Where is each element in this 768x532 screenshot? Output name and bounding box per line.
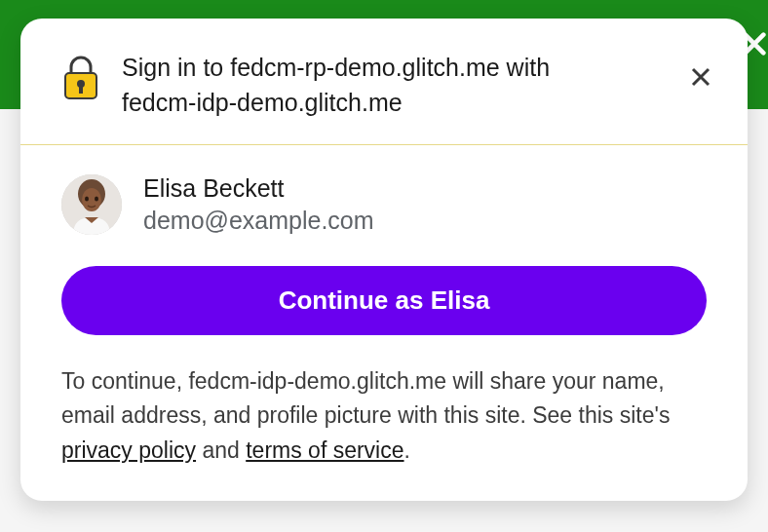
account-email: demo@example.com — [143, 207, 374, 235]
svg-rect-2 — [79, 86, 83, 94]
dialog-title-line1: Sign in to fedcm-rp-demo.glitch.me with — [122, 54, 550, 81]
terms-of-service-link[interactable]: terms of service — [246, 437, 403, 463]
account-name: Elisa Beckett — [143, 174, 374, 203]
dialog-title: Sign in to fedcm-rp-demo.glitch.me with … — [122, 50, 670, 121]
disclosure-pre: To continue, fedcm-idp-demo.glitch.me wi… — [61, 368, 670, 429]
lock-icon — [61, 56, 100, 104]
continue-button[interactable]: Continue as Elisa — [61, 266, 707, 335]
avatar — [61, 174, 122, 235]
svg-point-6 — [85, 196, 89, 201]
svg-point-5 — [82, 188, 101, 211]
disclosure-text: To continue, fedcm-idp-demo.glitch.me wi… — [20, 335, 748, 502]
privacy-policy-link[interactable]: privacy policy — [61, 437, 196, 463]
signin-dialog: Sign in to fedcm-rp-demo.glitch.me with … — [20, 19, 748, 501]
close-icon — [689, 65, 712, 89]
dialog-title-line2: fedcm-idp-demo.glitch.me — [122, 89, 403, 116]
dialog-header: Sign in to fedcm-rp-demo.glitch.me with … — [20, 19, 748, 145]
account-info: Elisa Beckett demo@example.com — [143, 174, 374, 235]
svg-point-7 — [95, 196, 98, 201]
account-row: Elisa Beckett demo@example.com — [20, 145, 748, 262]
disclosure-post: . — [404, 437, 410, 463]
disclosure-mid: and — [196, 437, 246, 463]
close-button[interactable] — [681, 57, 720, 96]
